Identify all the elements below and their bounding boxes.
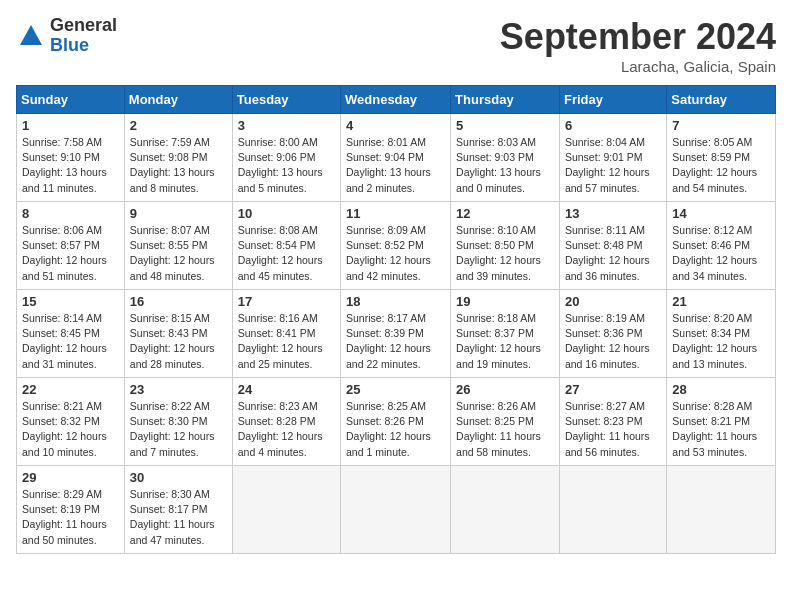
day-cell-17: 17Sunrise: 8:16 AM Sunset: 8:41 PM Dayli… [232, 290, 340, 378]
day-cell-2: 2Sunrise: 7:59 AM Sunset: 9:08 PM Daylig… [124, 114, 232, 202]
day-cell-19: 19Sunrise: 8:18 AM Sunset: 8:37 PM Dayli… [451, 290, 560, 378]
day-cell-29: 29Sunrise: 8:29 AM Sunset: 8:19 PM Dayli… [17, 466, 125, 554]
day-cell-21: 21Sunrise: 8:20 AM Sunset: 8:34 PM Dayli… [667, 290, 776, 378]
day-info: Sunrise: 8:08 AM Sunset: 8:54 PM Dayligh… [238, 223, 335, 284]
day-cell-9: 9Sunrise: 8:07 AM Sunset: 8:55 PM Daylig… [124, 202, 232, 290]
day-info: Sunrise: 8:29 AM Sunset: 8:19 PM Dayligh… [22, 487, 119, 548]
day-info: Sunrise: 7:58 AM Sunset: 9:10 PM Dayligh… [22, 135, 119, 196]
day-cell-25: 25Sunrise: 8:25 AM Sunset: 8:26 PM Dayli… [341, 378, 451, 466]
day-info: Sunrise: 8:04 AM Sunset: 9:01 PM Dayligh… [565, 135, 661, 196]
day-number: 11 [346, 206, 445, 221]
empty-cell [232, 466, 340, 554]
day-info: Sunrise: 8:14 AM Sunset: 8:45 PM Dayligh… [22, 311, 119, 372]
day-cell-28: 28Sunrise: 8:28 AM Sunset: 8:21 PM Dayli… [667, 378, 776, 466]
day-cell-3: 3Sunrise: 8:00 AM Sunset: 9:06 PM Daylig… [232, 114, 340, 202]
day-cell-5: 5Sunrise: 8:03 AM Sunset: 9:03 PM Daylig… [451, 114, 560, 202]
day-cell-24: 24Sunrise: 8:23 AM Sunset: 8:28 PM Dayli… [232, 378, 340, 466]
day-info: Sunrise: 8:16 AM Sunset: 8:41 PM Dayligh… [238, 311, 335, 372]
empty-cell [341, 466, 451, 554]
day-cell-22: 22Sunrise: 8:21 AM Sunset: 8:32 PM Dayli… [17, 378, 125, 466]
col-header-sunday: Sunday [17, 86, 125, 114]
day-info: Sunrise: 8:00 AM Sunset: 9:06 PM Dayligh… [238, 135, 335, 196]
day-cell-27: 27Sunrise: 8:27 AM Sunset: 8:23 PM Dayli… [559, 378, 666, 466]
day-info: Sunrise: 8:18 AM Sunset: 8:37 PM Dayligh… [456, 311, 554, 372]
calendar: SundayMondayTuesdayWednesdayThursdayFrid… [16, 85, 776, 554]
day-cell-18: 18Sunrise: 8:17 AM Sunset: 8:39 PM Dayli… [341, 290, 451, 378]
day-cell-13: 13Sunrise: 8:11 AM Sunset: 8:48 PM Dayli… [559, 202, 666, 290]
week-row-3: 15Sunrise: 8:14 AM Sunset: 8:45 PM Dayli… [17, 290, 776, 378]
day-info: Sunrise: 8:25 AM Sunset: 8:26 PM Dayligh… [346, 399, 445, 460]
col-header-wednesday: Wednesday [341, 86, 451, 114]
col-header-monday: Monday [124, 86, 232, 114]
week-row-4: 22Sunrise: 8:21 AM Sunset: 8:32 PM Dayli… [17, 378, 776, 466]
day-number: 12 [456, 206, 554, 221]
day-number: 7 [672, 118, 770, 133]
week-row-1: 1Sunrise: 7:58 AM Sunset: 9:10 PM Daylig… [17, 114, 776, 202]
day-number: 24 [238, 382, 335, 397]
day-info: Sunrise: 8:03 AM Sunset: 9:03 PM Dayligh… [456, 135, 554, 196]
day-number: 25 [346, 382, 445, 397]
day-number: 15 [22, 294, 119, 309]
day-cell-8: 8Sunrise: 8:06 AM Sunset: 8:57 PM Daylig… [17, 202, 125, 290]
day-info: Sunrise: 8:06 AM Sunset: 8:57 PM Dayligh… [22, 223, 119, 284]
empty-cell [559, 466, 666, 554]
day-cell-10: 10Sunrise: 8:08 AM Sunset: 8:54 PM Dayli… [232, 202, 340, 290]
day-info: Sunrise: 8:01 AM Sunset: 9:04 PM Dayligh… [346, 135, 445, 196]
day-cell-16: 16Sunrise: 8:15 AM Sunset: 8:43 PM Dayli… [124, 290, 232, 378]
day-number: 20 [565, 294, 661, 309]
day-info: Sunrise: 8:30 AM Sunset: 8:17 PM Dayligh… [130, 487, 227, 548]
week-row-5: 29Sunrise: 8:29 AM Sunset: 8:19 PM Dayli… [17, 466, 776, 554]
day-info: Sunrise: 8:22 AM Sunset: 8:30 PM Dayligh… [130, 399, 227, 460]
day-number: 6 [565, 118, 661, 133]
logo: General Blue [16, 16, 117, 56]
day-number: 26 [456, 382, 554, 397]
location: Laracha, Galicia, Spain [500, 58, 776, 75]
day-number: 19 [456, 294, 554, 309]
day-number: 13 [565, 206, 661, 221]
day-number: 18 [346, 294, 445, 309]
logo-blue: Blue [50, 36, 117, 56]
day-number: 22 [22, 382, 119, 397]
day-number: 14 [672, 206, 770, 221]
logo-general: General [50, 16, 117, 36]
day-number: 28 [672, 382, 770, 397]
day-number: 27 [565, 382, 661, 397]
day-info: Sunrise: 8:10 AM Sunset: 8:50 PM Dayligh… [456, 223, 554, 284]
day-number: 1 [22, 118, 119, 133]
day-cell-7: 7Sunrise: 8:05 AM Sunset: 8:59 PM Daylig… [667, 114, 776, 202]
day-info: Sunrise: 8:20 AM Sunset: 8:34 PM Dayligh… [672, 311, 770, 372]
empty-cell [451, 466, 560, 554]
day-cell-1: 1Sunrise: 7:58 AM Sunset: 9:10 PM Daylig… [17, 114, 125, 202]
day-number: 3 [238, 118, 335, 133]
day-cell-12: 12Sunrise: 8:10 AM Sunset: 8:50 PM Dayli… [451, 202, 560, 290]
day-info: Sunrise: 7:59 AM Sunset: 9:08 PM Dayligh… [130, 135, 227, 196]
day-cell-4: 4Sunrise: 8:01 AM Sunset: 9:04 PM Daylig… [341, 114, 451, 202]
day-cell-23: 23Sunrise: 8:22 AM Sunset: 8:30 PM Dayli… [124, 378, 232, 466]
page-header: General Blue September 2024 Laracha, Gal… [16, 16, 776, 75]
col-header-saturday: Saturday [667, 86, 776, 114]
day-info: Sunrise: 8:15 AM Sunset: 8:43 PM Dayligh… [130, 311, 227, 372]
day-number: 29 [22, 470, 119, 485]
day-number: 23 [130, 382, 227, 397]
day-info: Sunrise: 8:17 AM Sunset: 8:39 PM Dayligh… [346, 311, 445, 372]
day-cell-30: 30Sunrise: 8:30 AM Sunset: 8:17 PM Dayli… [124, 466, 232, 554]
day-number: 10 [238, 206, 335, 221]
day-number: 21 [672, 294, 770, 309]
day-info: Sunrise: 8:11 AM Sunset: 8:48 PM Dayligh… [565, 223, 661, 284]
day-info: Sunrise: 8:19 AM Sunset: 8:36 PM Dayligh… [565, 311, 661, 372]
day-number: 16 [130, 294, 227, 309]
empty-cell [667, 466, 776, 554]
day-info: Sunrise: 8:09 AM Sunset: 8:52 PM Dayligh… [346, 223, 445, 284]
day-info: Sunrise: 8:26 AM Sunset: 8:25 PM Dayligh… [456, 399, 554, 460]
day-number: 9 [130, 206, 227, 221]
day-info: Sunrise: 8:05 AM Sunset: 8:59 PM Dayligh… [672, 135, 770, 196]
header-row: SundayMondayTuesdayWednesdayThursdayFrid… [17, 86, 776, 114]
title-area: September 2024 Laracha, Galicia, Spain [500, 16, 776, 75]
logo-icon [16, 21, 46, 51]
day-cell-15: 15Sunrise: 8:14 AM Sunset: 8:45 PM Dayli… [17, 290, 125, 378]
day-number: 2 [130, 118, 227, 133]
day-info: Sunrise: 8:23 AM Sunset: 8:28 PM Dayligh… [238, 399, 335, 460]
day-number: 30 [130, 470, 227, 485]
col-header-tuesday: Tuesday [232, 86, 340, 114]
svg-marker-0 [20, 25, 42, 45]
